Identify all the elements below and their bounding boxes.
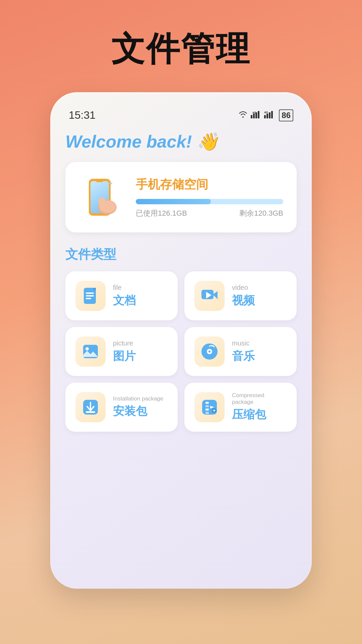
music-label: music 音乐 <box>232 339 255 364</box>
svg-rect-20 <box>86 295 94 297</box>
welcome-text: Welcome back! 👋 <box>65 131 297 152</box>
signal2-icon: 4G <box>264 110 276 120</box>
svg-rect-19 <box>86 292 94 294</box>
svg-rect-36 <box>205 409 209 411</box>
video-icon-wrapper <box>194 281 225 311</box>
wifi-icon <box>238 110 248 120</box>
compressed-icon-wrapper <box>194 392 225 422</box>
installation-label-cn: 安装包 <box>113 404 163 419</box>
compressed-label: Compressed package 压缩包 <box>232 392 287 422</box>
svg-rect-37 <box>205 412 209 414</box>
svg-rect-22 <box>93 288 96 290</box>
storage-bar-background <box>136 199 283 204</box>
svg-rect-6 <box>266 114 268 118</box>
picture-label-cn: 图片 <box>113 348 136 364</box>
file-card-document[interactable]: file 文档 <box>65 271 178 320</box>
file-type-grid: file 文档 video 视频 <box>65 271 297 432</box>
compressed-label-cn: 压缩包 <box>232 407 287 422</box>
welcome-section: Welcome back! 👋 <box>65 131 297 152</box>
svg-text:✦: ✦ <box>108 180 113 187</box>
svg-rect-1 <box>253 114 255 118</box>
svg-rect-0 <box>251 115 252 118</box>
file-card-video[interactable]: video 视频 <box>184 271 297 320</box>
storage-used-label: 已使用126.1GB <box>136 208 187 218</box>
phone-3d-illustration: ✦ <box>79 174 126 221</box>
phone-frame: 15:31 4G <box>50 92 312 589</box>
compressed-label-en: Compressed package <box>232 392 287 406</box>
svg-rect-13 <box>96 180 103 182</box>
storage-card[interactable]: ✦ 手机存储空间 已使用126.1GB 剩余120.3GB <box>65 162 297 232</box>
installation-label-en: Installation package <box>113 395 163 402</box>
status-icons: 4G 4G 86 <box>238 109 293 121</box>
video-label: video 视频 <box>232 284 255 308</box>
storage-labels: 已使用126.1GB 剩余120.3GB <box>136 208 283 218</box>
video-label-en: video <box>232 284 255 291</box>
storage-bar-fill <box>136 199 211 204</box>
storage-free-label: 剩余120.3GB <box>239 208 283 218</box>
picture-label-en: picture <box>113 339 136 347</box>
svg-text:4G: 4G <box>264 111 268 114</box>
battery-icon: 86 <box>279 109 293 121</box>
music-label-cn: 音乐 <box>232 348 255 364</box>
document-label: file 文档 <box>113 284 136 308</box>
music-icon-wrapper <box>194 336 225 367</box>
storage-info: 手机存储空间 已使用126.1GB 剩余120.3GB <box>136 176 283 218</box>
signal1-icon: 4G <box>251 110 261 120</box>
status-time: 15:31 <box>69 109 96 121</box>
document-icon-wrapper <box>75 281 106 311</box>
svg-point-27 <box>85 347 89 351</box>
status-bar: 15:31 4G <box>65 109 297 121</box>
svg-rect-34 <box>205 402 209 404</box>
svg-rect-21 <box>86 298 91 299</box>
storage-title: 手机存储空间 <box>136 176 283 193</box>
svg-point-30 <box>208 351 210 353</box>
file-card-music[interactable]: music 音乐 <box>184 327 297 376</box>
svg-rect-3 <box>258 111 259 118</box>
svg-rect-7 <box>269 112 270 118</box>
svg-rect-32 <box>86 411 95 413</box>
svg-rect-5 <box>264 115 266 118</box>
music-label-en: music <box>232 339 255 347</box>
page-title: 文件管理 <box>111 27 251 72</box>
file-card-compressed[interactable]: Compressed package 压缩包 <box>184 383 297 432</box>
svg-rect-35 <box>205 405 209 407</box>
svg-marker-24 <box>213 291 218 299</box>
svg-rect-8 <box>271 111 273 118</box>
file-type-section-title: 文件类型 <box>65 246 297 263</box>
video-label-cn: 视频 <box>232 293 255 308</box>
file-type-section: 文件类型 file 文档 <box>65 246 297 575</box>
installation-icon-wrapper <box>75 392 106 422</box>
file-card-picture[interactable]: picture 图片 <box>65 327 178 376</box>
svg-text:4G: 4G <box>252 111 256 114</box>
file-card-installation[interactable]: Installation package 安装包 <box>65 383 178 432</box>
document-label-cn: 文档 <box>113 293 136 308</box>
installation-label: Installation package 安装包 <box>113 395 163 419</box>
picture-icon-wrapper <box>75 336 106 367</box>
document-label-en: file <box>113 284 136 291</box>
battery-level: 86 <box>282 111 291 120</box>
picture-label: picture 图片 <box>113 339 136 364</box>
